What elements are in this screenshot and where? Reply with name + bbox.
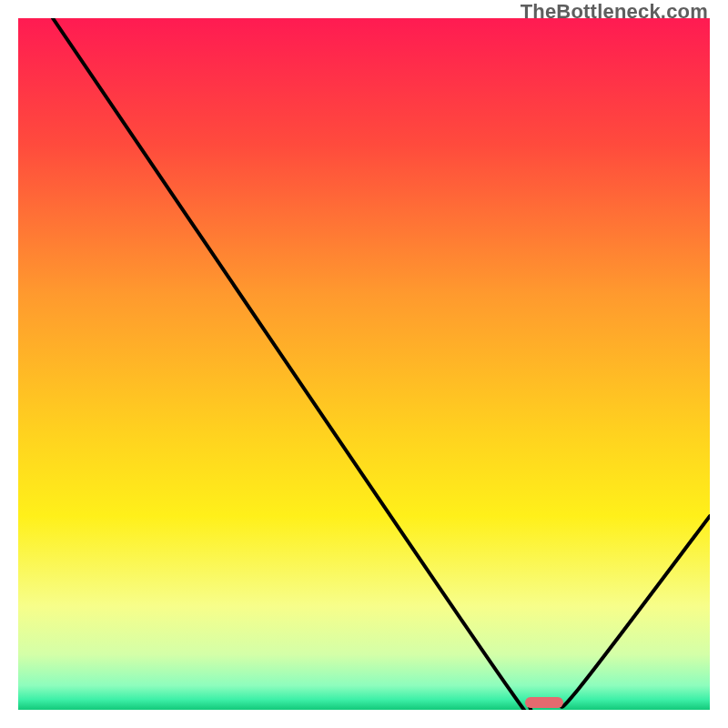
chart-canvas: TheBottleneck.com: [0, 0, 728, 728]
optimal-marker: [525, 697, 563, 708]
bottleneck-curve: [53, 18, 710, 710]
plot-area: [18, 18, 710, 710]
curve-layer: [18, 18, 710, 710]
watermark-text: TheBottleneck.com: [521, 0, 708, 24]
